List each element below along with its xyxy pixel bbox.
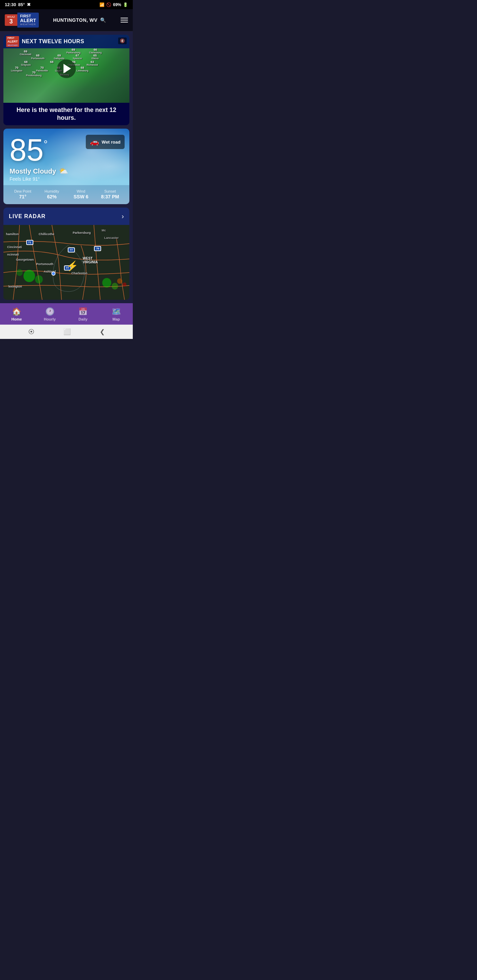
home-button[interactable]: ⬜ xyxy=(63,328,71,336)
status-temp: 85° xyxy=(18,2,25,7)
map-label: Map xyxy=(112,317,120,321)
sunset-label: Sunset xyxy=(96,189,125,193)
temperature-value: 85 xyxy=(10,135,43,165)
wind-stat: Wind SSW 6 xyxy=(66,189,96,199)
nav-daily[interactable]: 📅 Daily xyxy=(66,306,100,323)
condition-text: Mostly Cloudy xyxy=(10,167,56,175)
nav-map[interactable]: 🗺️ Map xyxy=(100,306,133,323)
temperature-degree: ° xyxy=(43,138,48,150)
video-fa-badge: FIRST ALERT WEATHER xyxy=(6,36,19,47)
radar-card: LIVE RADAR › xyxy=(3,208,129,300)
sunset-value: 8:37 PM xyxy=(96,194,125,199)
wind-label: Wind xyxy=(66,189,96,193)
app-logo: WSAZ 3 FIRST ALERT WEATHER xyxy=(5,13,39,27)
radar-header[interactable]: LIVE RADAR › xyxy=(3,208,129,225)
search-icon[interactable]: 🔍 xyxy=(100,18,106,23)
dew-point-value: 71° xyxy=(8,194,37,199)
battery-icon: 🔋 xyxy=(123,2,128,7)
menu-line-3 xyxy=(121,22,128,22)
header-location: HUNTINGTON, WV 🔍 xyxy=(53,18,106,23)
weather-card: 85 ° 🚗 Wet road Mostly Cloudy ⛅ Feels Li… xyxy=(3,129,129,204)
volume-button[interactable]: 🔇 xyxy=(118,37,127,44)
svg-point-3 xyxy=(16,269,23,276)
logo-text-box: FIRST ALERT WEATHER xyxy=(18,13,39,27)
system-nav: ⦿ ⬜ ❮ xyxy=(0,325,133,339)
home-icon: 🏠 xyxy=(12,307,21,316)
humidity-stat: Humidity 62% xyxy=(37,189,67,199)
city-mc: Mc xyxy=(102,229,106,232)
logo-channel: 3 xyxy=(10,18,13,24)
city-parkersburg: Parkersburg xyxy=(73,231,91,234)
nav-home[interactable]: 🏠 Home xyxy=(0,306,34,323)
city-ncincinnati: ncinnati xyxy=(7,253,19,256)
blocked-icon: 🚫 xyxy=(106,2,111,7)
weather-main: 85 ° 🚗 Wet road Mostly Cloudy ⛅ Feels Li… xyxy=(3,129,129,185)
dew-point-label: Dew Point xyxy=(8,189,37,193)
back-button[interactable]: ❮ xyxy=(100,328,105,336)
recent-apps-button[interactable]: ⦿ xyxy=(28,328,34,336)
logo-channel-box: WSAZ 3 xyxy=(5,14,18,26)
menu-line-2 xyxy=(121,20,128,21)
weather-stats: Dew Point 71° Humidity 62% Wind SSW 6 Su… xyxy=(3,185,129,204)
app-header: WSAZ 3 FIRST ALERT WEATHER HUNTINGTON, W… xyxy=(0,9,133,31)
status-icon-x: ✖ xyxy=(27,2,30,7)
home-label: Home xyxy=(11,317,22,321)
play-icon xyxy=(63,64,71,73)
humidity-value: 62% xyxy=(37,194,67,199)
location-dot xyxy=(51,272,56,275)
play-button[interactable] xyxy=(57,59,76,78)
wet-road-icon: 🚗 xyxy=(90,137,99,146)
wet-road-badge: 🚗 Wet road xyxy=(86,135,124,149)
wet-road-label: Wet road xyxy=(102,140,121,145)
radar-title: LIVE RADAR xyxy=(9,213,46,220)
main-content: 69Cincinnati 69Parkersburg 66Clarksburg … xyxy=(0,31,133,304)
lightning-icon: ⚡ xyxy=(66,260,78,272)
city-cincinnati: Cincinnati xyxy=(7,245,22,249)
menu-line-1 xyxy=(121,18,128,18)
dew-point-stat: Dew Point 71° xyxy=(8,189,37,199)
city-lancaster: Lancaster xyxy=(104,236,119,240)
video-card: 69Cincinnati 69Parkersburg 66Clarksburg … xyxy=(3,35,129,126)
hourly-icon: 🕐 xyxy=(45,307,54,316)
city-lexington: lexington xyxy=(8,285,22,288)
hourly-label: Hourly xyxy=(44,317,56,321)
city-hamilton: hamilton xyxy=(6,232,19,236)
status-time: 12:30 xyxy=(5,2,16,7)
status-right: 📶 🚫 69% 🔋 xyxy=(99,2,128,7)
humidity-label: Humidity xyxy=(37,189,67,193)
svg-point-7 xyxy=(123,282,126,286)
nav-hourly[interactable]: 🕐 Hourly xyxy=(34,306,67,323)
video-thumbnail[interactable]: 69Cincinnati 69Parkersburg 66Clarksburg … xyxy=(3,35,129,103)
logo-weather: WEATHER xyxy=(20,23,36,26)
radar-arrow-icon: › xyxy=(121,212,124,220)
sunset-stat: Sunset 8:37 PM xyxy=(96,189,125,199)
condition-icon: ⛅ xyxy=(59,167,68,176)
video-title: NEXT TWELVE HOURS xyxy=(22,38,84,45)
feels-like: Feels Like 91° xyxy=(10,176,123,182)
city-portsmouth: Portsmouth xyxy=(36,262,53,266)
battery-text: 69% xyxy=(113,2,121,7)
city-wv: WESTVIRGINIA xyxy=(83,256,98,264)
radar-map[interactable]: hamilton Chillicothe Parkersburg Cincinn… xyxy=(3,225,129,300)
city-chillicothe: Chillicothe xyxy=(39,232,54,236)
daily-icon: 📅 xyxy=(78,307,88,316)
video-header-bar: FIRST ALERT WEATHER NEXT TWELVE HOURS xyxy=(3,35,129,49)
video-caption: Here is the weather for the next 12 hour… xyxy=(3,103,129,126)
wifi-icon: 📶 xyxy=(99,2,105,7)
logo-alert: ALERT xyxy=(20,18,36,23)
svg-point-5 xyxy=(112,283,118,290)
daily-label: Daily xyxy=(79,317,88,321)
svg-point-1 xyxy=(24,270,35,282)
condition-row: Mostly Cloudy ⛅ xyxy=(10,167,123,176)
volume-icon: 🔇 xyxy=(120,38,125,43)
status-left: 12:30 85° ✖ xyxy=(5,2,30,7)
interstate-79: 79 xyxy=(94,246,101,251)
status-bar: 12:30 85° ✖ 📶 🚫 69% 🔋 xyxy=(0,0,133,9)
bottom-nav: 🏠 Home 🕐 Hourly 📅 Daily 🗺️ Map xyxy=(0,303,133,325)
svg-point-2 xyxy=(35,275,43,283)
interstate-77-north: 77 xyxy=(68,247,75,253)
menu-button[interactable] xyxy=(121,18,128,22)
city-charleston: Charleston xyxy=(72,272,88,275)
location-text: HUNTINGTON, WV xyxy=(53,18,97,23)
map-icon: 🗺️ xyxy=(112,307,121,316)
